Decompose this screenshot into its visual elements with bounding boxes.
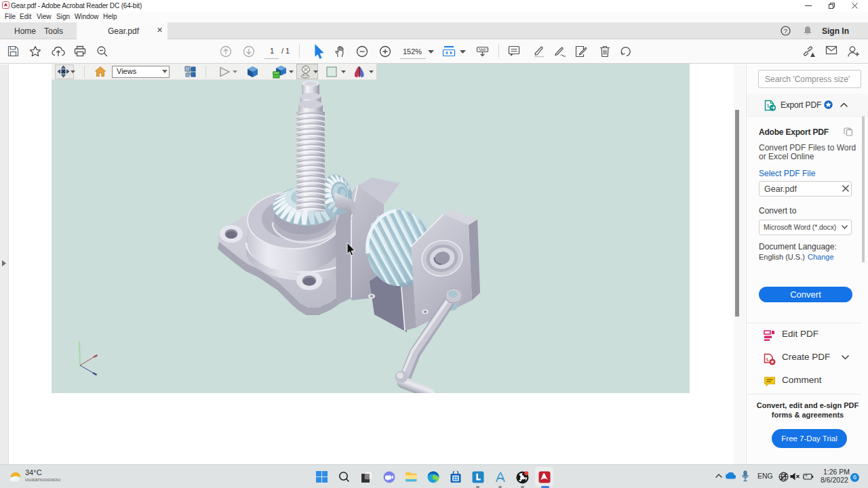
svg-text:?: ? <box>784 28 787 35</box>
